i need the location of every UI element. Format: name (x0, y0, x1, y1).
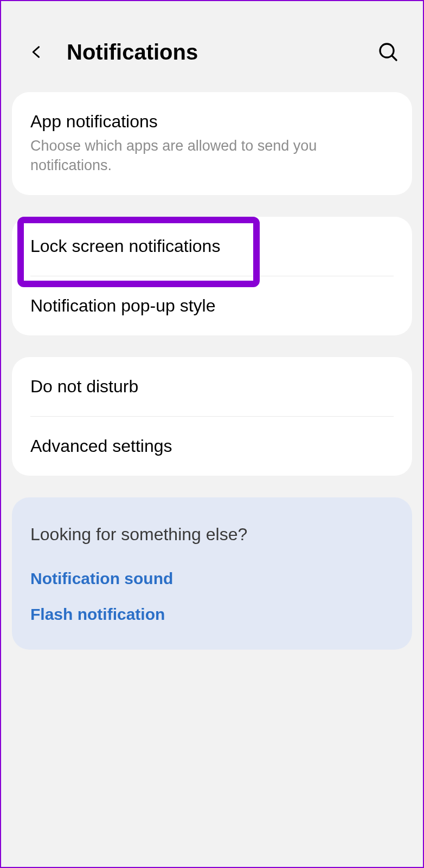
notification-popup-style-item[interactable]: Notification pop-up style (12, 276, 412, 335)
item-title: Advanced settings (30, 436, 394, 456)
notification-sound-link[interactable]: Notification sound (12, 561, 412, 597)
do-not-disturb-item[interactable]: Do not disturb (12, 357, 412, 416)
search-icon (377, 41, 399, 63)
chevron-left-icon (29, 42, 44, 62)
item-title: App notifications (30, 112, 394, 132)
item-subtitle: Choose which apps are allowed to send yo… (30, 136, 394, 176)
item-title: Do not disturb (30, 377, 394, 397)
suggestions-title: Looking for something else? (12, 497, 412, 561)
app-notifications-item[interactable]: App notifications Choose which apps are … (12, 92, 412, 195)
lock-screen-notifications-item[interactable]: Lock screen notifications (12, 217, 412, 276)
page-title: Notifications (67, 40, 375, 64)
header: Notifications (1, 1, 423, 92)
item-title: Lock screen notifications (30, 236, 394, 256)
settings-card: Lock screen notifications Notification p… (12, 217, 412, 335)
settings-card: Do not disturb Advanced settings (12, 357, 412, 476)
advanced-settings-item[interactable]: Advanced settings (12, 417, 412, 476)
settings-card: App notifications Choose which apps are … (12, 92, 412, 195)
back-button[interactable] (25, 41, 47, 63)
item-title: Notification pop-up style (30, 296, 394, 316)
search-button[interactable] (375, 39, 401, 65)
suggestions-card: Looking for something else? Notification… (12, 497, 412, 650)
svg-line-1 (392, 56, 396, 60)
flash-notification-link[interactable]: Flash notification (12, 597, 412, 632)
spacer (12, 632, 412, 650)
